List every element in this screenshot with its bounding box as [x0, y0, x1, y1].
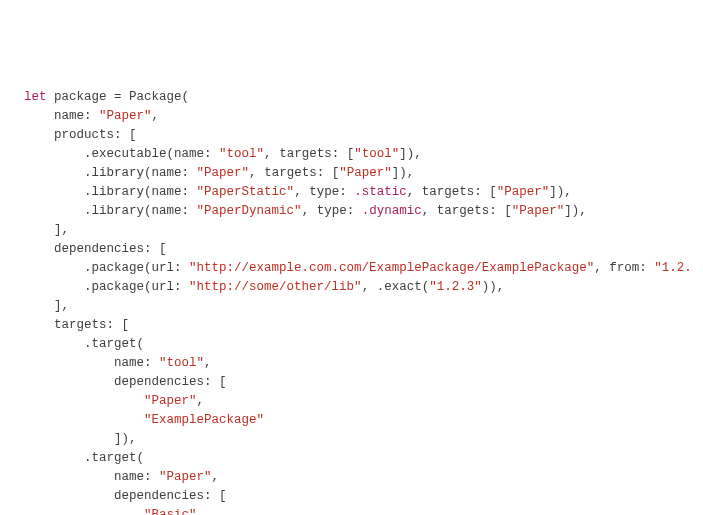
- punct: (: [137, 337, 145, 351]
- punct: ,: [414, 147, 422, 161]
- punct: (: [144, 204, 152, 218]
- string-literal: "tool": [159, 356, 204, 370]
- punct: :: [182, 185, 190, 199]
- arg-dependencies: dependencies: [54, 242, 144, 256]
- punct: [: [489, 185, 497, 199]
- punct: ,: [579, 204, 587, 218]
- fn-library: .library: [84, 204, 144, 218]
- string-literal: "ExamplePackage": [144, 413, 264, 427]
- arg-name: name: [54, 109, 84, 123]
- enum-dynamic: .dynamic: [362, 204, 422, 218]
- arg-name: name: [152, 185, 182, 199]
- punct: ,: [129, 432, 137, 446]
- string-literal: "tool": [219, 147, 264, 161]
- arg-targets: targets: [54, 318, 107, 332]
- punct: :: [144, 470, 152, 484]
- punct: ]: [54, 223, 62, 237]
- string-literal: "tool": [354, 147, 399, 161]
- arg-name: name: [114, 470, 144, 484]
- punct: [: [122, 318, 130, 332]
- punct: ,: [62, 223, 70, 237]
- arg-targets: targets: [279, 147, 332, 161]
- punct: ,: [264, 147, 272, 161]
- punct: :: [204, 147, 212, 161]
- punct: :: [474, 185, 482, 199]
- code-text: [212, 489, 220, 503]
- punct: :: [639, 261, 647, 275]
- string-literal: "http://some/other/lib": [189, 280, 362, 294]
- fn-package: .package: [84, 280, 144, 294]
- code-text: [122, 128, 130, 142]
- punct: ,: [197, 394, 205, 408]
- string-literal: "1.2.3": [429, 280, 482, 294]
- punct: ,: [594, 261, 602, 275]
- punct: :: [114, 128, 122, 142]
- string-literal: "Paper": [144, 394, 197, 408]
- code-text: [92, 109, 100, 123]
- punct: (: [144, 280, 152, 294]
- punct: [: [219, 375, 227, 389]
- arg-url: url: [152, 280, 175, 294]
- punct: ,: [197, 508, 205, 515]
- punct: (: [167, 147, 175, 161]
- punct: :: [144, 242, 152, 256]
- string-literal: "Paper": [512, 204, 565, 218]
- fn-target: .target: [84, 451, 137, 465]
- code-text: [339, 147, 347, 161]
- arg-name: name: [152, 166, 182, 180]
- string-literal: "Paper": [197, 166, 250, 180]
- punct: [: [159, 242, 167, 256]
- punct: ,: [362, 280, 370, 294]
- arg-type: type: [317, 204, 347, 218]
- punct: ): [399, 166, 407, 180]
- string-literal: "PaperDynamic": [197, 204, 302, 218]
- code-text: [47, 90, 55, 104]
- arg-dependencies: dependencies: [114, 375, 204, 389]
- code-text: [272, 147, 280, 161]
- arg-targets: targets: [264, 166, 317, 180]
- arg-targets: targets: [437, 204, 490, 218]
- string-literal: "Paper": [339, 166, 392, 180]
- code-text: [152, 356, 160, 370]
- string-literal: "Paper": [497, 185, 550, 199]
- string-literal: "1.2.: [654, 261, 692, 275]
- punct: ]: [549, 185, 557, 199]
- punct: (: [137, 451, 145, 465]
- punct: :: [204, 489, 212, 503]
- fn-executable: .executable: [84, 147, 167, 161]
- code-text: [152, 470, 160, 484]
- code-text: [414, 185, 422, 199]
- type-Package: Package: [129, 90, 182, 104]
- punct: [: [504, 204, 512, 218]
- arg-name: name: [152, 204, 182, 218]
- arg-from: from: [609, 261, 639, 275]
- punct: (: [144, 185, 152, 199]
- punct: ,: [62, 299, 70, 313]
- fn-target: .target: [84, 337, 137, 351]
- code-text: [354, 204, 362, 218]
- code-text: [189, 166, 197, 180]
- punct: (: [144, 261, 152, 275]
- code-text: [257, 166, 265, 180]
- identifier-package: package: [54, 90, 107, 104]
- code-text: [212, 147, 220, 161]
- punct: ): [122, 432, 130, 446]
- punct: [: [129, 128, 137, 142]
- string-literal: "Paper": [159, 470, 212, 484]
- punct: ]: [564, 204, 572, 218]
- arg-type: type: [309, 185, 339, 199]
- arg-name: name: [114, 356, 144, 370]
- punct: ]: [399, 147, 407, 161]
- punct: ,: [249, 166, 257, 180]
- punct: ,: [407, 166, 415, 180]
- code-text: [212, 375, 220, 389]
- punct: :: [144, 356, 152, 370]
- code-text: [189, 204, 197, 218]
- punct: ]: [54, 299, 62, 313]
- punct: ,: [152, 109, 160, 123]
- punct: ]: [114, 432, 122, 446]
- punct: [: [219, 489, 227, 503]
- code-block: let package = Package( name: "Paper", pr…: [24, 88, 703, 515]
- code-text: [114, 318, 122, 332]
- arg-name: name: [174, 147, 204, 161]
